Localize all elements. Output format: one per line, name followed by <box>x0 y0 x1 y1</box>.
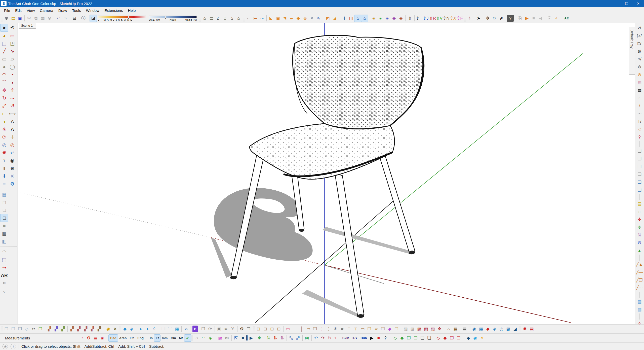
green-diamond-button[interactable]: ◆ <box>399 335 406 341</box>
green-diamond-outline-button[interactable]: ◇ <box>392 335 399 341</box>
unit-mt-button[interactable]: Mt <box>177 335 184 341</box>
toolbar-drag-handle[interactable] <box>519 326 521 332</box>
select-arrow-button[interactable]: ➤ <box>475 15 482 22</box>
camera-button[interactable]: ◙ <box>223 326 229 332</box>
pin-plane-button[interactable]: ◊ <box>151 326 158 332</box>
texture-sq1-button[interactable]: ▨ <box>402 326 409 332</box>
menu-tools[interactable]: Tools <box>70 8 84 13</box>
view-front-button[interactable]: ⌂ <box>215 15 222 22</box>
vray-button[interactable]: ◆ <box>465 335 472 341</box>
polygon-select-button[interactable]: ✧ <box>466 15 473 22</box>
zoom-window-tool-button[interactable]: ◎ <box>9 141 16 149</box>
view-iso-button[interactable]: ⌂ <box>201 15 208 22</box>
copy-button[interactable]: ⧉ <box>32 15 39 22</box>
glass-wedge-button[interactable]: ◇ <box>23 326 30 332</box>
delete-button[interactable]: ⊗ <box>46 15 53 22</box>
redo-button[interactable]: ↷ <box>62 15 69 22</box>
pan-button[interactable]: ✥ <box>484 15 491 22</box>
restore-button[interactable]: ❐ <box>621 0 632 7</box>
render-folder-button[interactable]: ▤ <box>92 335 99 341</box>
guide-box-button[interactable]: ❒ <box>312 326 318 332</box>
z-move-button[interactable]: ⇅ <box>636 231 643 239</box>
solid-frame-tool-button[interactable]: ▣ <box>274 15 281 22</box>
style-textured-button[interactable]: ▩ <box>1 230 8 237</box>
artisan-ae-button[interactable]: AE <box>563 15 570 22</box>
terrain-mesh-button[interactable]: ▲ <box>636 247 643 255</box>
unit-mm-button[interactable]: mm <box>160 335 169 341</box>
move-updown1-button[interactable]: ⇅ <box>265 335 272 341</box>
offset-tool-button[interactable]: ↺ <box>9 102 16 110</box>
style-head-red-button[interactable]: ◈ <box>397 15 404 22</box>
guide-point-button[interactable]: · <box>291 326 298 332</box>
swap-red-arrow-button[interactable]: ↪ <box>1 264 8 271</box>
geolocation-icon[interactable]: ◉ <box>3 344 8 349</box>
color-wheel-button[interactable]: ◉ <box>105 326 112 332</box>
edge-style-arc-button[interactable]: ◜ <box>636 94 643 102</box>
paint-bucket-button[interactable]: ◕ <box>1 32 8 39</box>
filled-arc-button[interactable]: ◗ <box>9 79 16 86</box>
new-model-button[interactable]: ⊕ <box>3 15 10 22</box>
guide-pin-button[interactable]: ⍑ <box>346 326 352 332</box>
toolbar-drag-handle[interactable] <box>1 15 3 22</box>
unit-arch-button[interactable]: Arch <box>118 335 128 341</box>
render-camera-button[interactable]: ◙ <box>99 335 106 341</box>
axes-tool-button[interactable]: ✳ <box>1 125 8 133</box>
section-line4-button[interactable]: ⊟ <box>275 326 282 332</box>
menu-window[interactable]: Window <box>84 8 102 13</box>
brush-cube-button[interactable]: ╱❒ <box>636 276 643 284</box>
toolbar-drag-handle[interactable] <box>1 326 3 332</box>
rotate-tool-button[interactable]: ↻ <box>1 94 8 102</box>
walk-tool-button[interactable]: ‖ <box>1 164 8 172</box>
podium-render-button[interactable]: P <box>192 326 198 332</box>
red-cubes-button[interactable]: ❒ <box>455 335 462 341</box>
time-slider-handle[interactable] <box>165 15 166 19</box>
terrain-red1-button[interactable]: ▞ <box>46 326 53 332</box>
pink-one-button[interactable]: 1 <box>333 335 338 341</box>
green-cubes-button[interactable]: ❒ <box>412 335 419 341</box>
arc-band-tool-button[interactable]: ◠ <box>1 248 8 256</box>
edge-style-octagon-button[interactable]: ⊘ <box>636 71 643 79</box>
cube-down-button[interactable]: ❒ <box>245 326 252 332</box>
gear-black-button[interactable]: ⚙ <box>238 326 245 332</box>
style-head-yellow-button[interactable]: ◈ <box>370 15 377 22</box>
menu-file[interactable]: File <box>2 8 13 13</box>
rectangle-tool-button[interactable]: ▭ <box>1 55 8 63</box>
stretch-diag1-button[interactable]: ⤡ <box>288 335 295 341</box>
style-head-blue-button[interactable]: ◈ <box>384 15 391 22</box>
solid-union-button[interactable]: ❏ <box>636 147 643 155</box>
guide-square-button[interactable]: ▭ <box>359 326 366 332</box>
polygon-tool-button[interactable]: ◯ <box>9 63 16 71</box>
toolbar-drag-handle[interactable] <box>119 326 121 332</box>
sandbox-stamp-button[interactable]: ◎ <box>498 326 505 332</box>
green-cube-button[interactable]: ❒ <box>406 335 412 341</box>
xy-button[interactable]: X/Y <box>351 335 359 341</box>
push-pull-button[interactable]: ⇧ <box>9 86 16 94</box>
glass-cube2-button[interactable]: ❒ <box>10 326 17 332</box>
frame-line-button[interactable]: ◩ <box>324 15 331 22</box>
terrain-ring-button[interactable]: ▞ <box>82 326 89 332</box>
array-arc-button[interactable]: ⌒ <box>167 326 174 332</box>
grid-curved-button[interactable]: ▥ <box>636 306 643 313</box>
terrain-flag-button[interactable]: ▞ <box>96 326 103 332</box>
cut-button[interactable]: ✂ <box>26 15 32 22</box>
compass-tool-button[interactable]: ⊕ <box>9 164 16 172</box>
view-right-button[interactable]: ⌂ <box>222 15 228 22</box>
credits-info-icon[interactable]: i <box>11 344 16 349</box>
wave-ext-button[interactable]: ≋ <box>183 326 189 332</box>
anim-stop-button[interactable]: ■ <box>375 335 382 341</box>
bag-tool-button[interactable]: ◠ <box>200 335 207 341</box>
style-head-purple-button[interactable]: ◈ <box>391 15 397 22</box>
grid-flat-button[interactable]: ▦ <box>636 298 643 306</box>
solid-trim-button[interactable]: ❏ <box>636 163 643 170</box>
moulding-tool-button[interactable]: ⌐ <box>245 15 252 22</box>
view-back-button[interactable]: ⌂ <box>228 15 235 22</box>
brush-dots-button[interactable]: ╱⋯ <box>636 284 643 292</box>
freehand-tool-button[interactable]: ∿ <box>9 47 16 55</box>
style-monochrome-button[interactable]: ◧ <box>1 237 8 245</box>
look-around-button[interactable]: ◉ <box>9 157 16 164</box>
lasso-select-button[interactable]: ⟲ <box>9 24 16 31</box>
red-diamond-button[interactable]: ◆ <box>442 335 449 341</box>
edge-style-x-button[interactable]: ▷/ <box>636 32 643 40</box>
unit-eng-button[interactable]: Eng. <box>136 335 146 341</box>
3d-text-button[interactable]: A <box>9 125 16 133</box>
